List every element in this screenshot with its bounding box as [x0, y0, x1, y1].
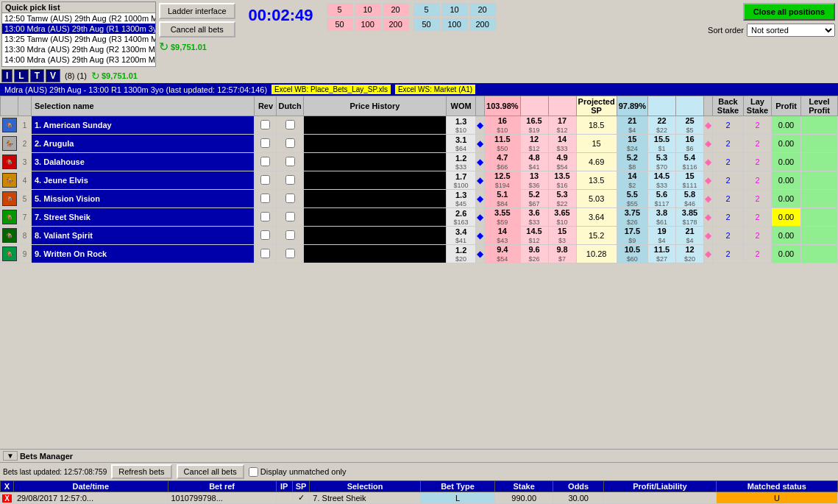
- back-odds-3[interactable]: 14$33: [548, 135, 576, 153]
- lay-odds-200[interactable]: 200: [469, 18, 496, 31]
- nav-refresh-icon[interactable]: ↻: [91, 70, 100, 82]
- back-odds-3[interactable]: 17$12: [548, 116, 576, 135]
- back-odds-1[interactable]: 5.1$84: [485, 190, 520, 208]
- back-odds-2[interactable]: 4.8$41: [520, 153, 548, 171]
- back-odds-3[interactable]: 4.9$54: [548, 153, 576, 171]
- back-odds-1[interactable]: 9.4$54: [485, 245, 520, 263]
- back-stake[interactable]: 2: [713, 227, 744, 245]
- bets-col-datetime[interactable]: Date/time: [14, 481, 168, 492]
- selection-name[interactable]: 5. Mission Vision: [32, 190, 255, 208]
- lay-odds-1[interactable]: 15$24: [617, 135, 647, 153]
- back-odds-2[interactable]: 12$12: [520, 135, 548, 153]
- lay-odds-1[interactable]: 14$2: [617, 171, 647, 190]
- rev-checkbox[interactable]: [255, 116, 277, 135]
- selection-name[interactable]: 2. Arugula: [32, 135, 255, 153]
- excel-link-wb[interactable]: Excel WB: Place_Bets_Lay_SP.xls: [271, 85, 391, 94]
- lay-stake[interactable]: 2: [744, 208, 772, 227]
- lay-odds-2[interactable]: 5.6$117: [648, 190, 676, 208]
- back-odds-20[interactable]: 20: [383, 3, 409, 16]
- back-odds-1[interactable]: 11.5$50: [485, 135, 520, 153]
- rev-checkbox[interactable]: [255, 171, 277, 190]
- back-odds-1[interactable]: 14$43: [485, 227, 520, 245]
- quick-pick-item-2[interactable]: 13:25 Tamw (AUS) 29th Aug (R3 1400m M: [2, 34, 155, 44]
- back-odds-2[interactable]: 13$36: [520, 171, 548, 190]
- lay-odds-10[interactable]: 10: [441, 3, 468, 16]
- lay-stake[interactable]: 2: [744, 171, 772, 190]
- back-odds-3[interactable]: 5.3$22: [548, 190, 576, 208]
- back-stake[interactable]: 2: [713, 153, 744, 171]
- selection-name[interactable]: 3. Dalahouse: [32, 153, 255, 171]
- rev-checkbox[interactable]: [255, 245, 277, 263]
- lay-odds-2[interactable]: 11.5$27: [648, 245, 676, 263]
- quick-pick-item-0[interactable]: 12:50 Tamw (AUS) 29th Aug (R2 1000m M: [2, 13, 155, 24]
- back-odds-3[interactable]: 15$3: [548, 227, 576, 245]
- sort-order-select[interactable]: Not sorted By name By odds: [747, 24, 835, 37]
- lay-odds-50[interactable]: 50: [413, 18, 440, 31]
- cancel-all-bets-button[interactable]: Cancel all bets: [159, 21, 235, 38]
- lay-odds-5[interactable]: 5: [413, 3, 440, 16]
- excel-link-ws[interactable]: Excel WS: Market (A1): [395, 85, 475, 94]
- display-unmatched-checkbox[interactable]: [249, 467, 258, 477]
- dutch-checkbox[interactable]: [277, 208, 303, 227]
- lay-odds-2[interactable]: 5.3$70: [648, 153, 676, 171]
- back-stake[interactable]: 2: [713, 208, 744, 227]
- back-odds-200[interactable]: 200: [383, 18, 409, 31]
- cancel-all-bets-button2[interactable]: Cancel all bets: [177, 464, 244, 479]
- lay-odds-3[interactable]: 15$111: [676, 171, 704, 190]
- lay-odds-100[interactable]: 100: [441, 18, 468, 31]
- nav-btn-v[interactable]: V: [46, 69, 60, 82]
- back-stake[interactable]: 2: [713, 171, 744, 190]
- lay-odds-2[interactable]: 3.8$61: [648, 208, 676, 227]
- lay-odds-20[interactable]: 20: [469, 3, 496, 16]
- back-odds-10[interactable]: 10: [355, 3, 381, 16]
- lay-stake[interactable]: 2: [744, 135, 772, 153]
- dutch-checkbox[interactable]: [277, 190, 303, 208]
- ladder-interface-button[interactable]: Ladder interface: [159, 3, 235, 19]
- lay-stake[interactable]: 2: [744, 153, 772, 171]
- lay-odds-3[interactable]: 3.85$178: [676, 208, 704, 227]
- rev-checkbox[interactable]: [255, 190, 277, 208]
- nav-btn-i[interactable]: I: [1, 69, 13, 82]
- quick-pick-item-3[interactable]: 13:30 Mdra (AUS) 29th Aug (R2 1300m Md: [2, 44, 155, 54]
- back-odds-3[interactable]: 9.8$7: [548, 245, 576, 263]
- lay-odds-1[interactable]: 17.5$9: [617, 227, 647, 245]
- back-odds-2[interactable]: 16.5$19: [520, 116, 548, 135]
- lay-odds-2[interactable]: 14.5$33: [648, 171, 676, 190]
- lay-odds-1[interactable]: 10.5$60: [617, 245, 647, 263]
- quick-pick-list[interactable]: 12:50 Tamw (AUS) 29th Aug (R2 1000m M 13…: [2, 13, 155, 66]
- dutch-checkbox[interactable]: [277, 171, 303, 190]
- lay-odds-1[interactable]: 21$4: [617, 116, 647, 135]
- dutch-checkbox[interactable]: [277, 116, 303, 135]
- selection-name[interactable]: 7. Street Sheik: [32, 208, 255, 227]
- back-odds-2[interactable]: 9.6$26: [520, 245, 548, 263]
- back-odds-5[interactable]: 5: [327, 3, 353, 16]
- back-stake[interactable]: 2: [713, 116, 744, 135]
- lay-stake[interactable]: 2: [744, 190, 772, 208]
- back-stake[interactable]: 2: [713, 245, 744, 263]
- rev-checkbox[interactable]: [255, 135, 277, 153]
- display-unmatched-label[interactable]: Display unmatched only: [249, 467, 347, 477]
- lay-odds-1[interactable]: 5.5$55: [617, 190, 647, 208]
- bets-manager-collapse-btn[interactable]: ▼: [3, 451, 18, 461]
- back-odds-1[interactable]: 3.55$59: [485, 208, 520, 227]
- lay-stake[interactable]: 2: [744, 227, 772, 245]
- lay-stake[interactable]: 2: [744, 245, 772, 263]
- back-odds-3[interactable]: 13.5$16: [548, 171, 576, 190]
- back-odds-1[interactable]: 16$10: [485, 116, 520, 135]
- lay-odds-3[interactable]: 5.4$116: [676, 153, 704, 171]
- selection-name[interactable]: 4. Jeune Elvis: [32, 171, 255, 190]
- back-odds-2[interactable]: 14.5$12: [520, 227, 548, 245]
- rev-checkbox[interactable]: [255, 227, 277, 245]
- bet-x-btn[interactable]: X: [1, 492, 14, 504]
- bets-col-betref[interactable]: Bet ref: [168, 481, 276, 492]
- close-all-positions-button[interactable]: Close all positions: [743, 3, 835, 21]
- nav-btn-t[interactable]: T: [30, 69, 44, 82]
- selection-name[interactable]: 9. Written On Rock: [32, 245, 255, 263]
- back-odds-2[interactable]: 3.6$33: [520, 208, 548, 227]
- back-stake[interactable]: 2: [713, 135, 744, 153]
- refresh-icon[interactable]: ↻: [159, 40, 168, 54]
- quick-pick-item-4[interactable]: 14:00 Mdra (AUS) 29th Aug (R3 1200m Md: [2, 54, 155, 65]
- selection-name[interactable]: 8. Valiant Spirit: [32, 227, 255, 245]
- dutch-checkbox[interactable]: [277, 135, 303, 153]
- lay-odds-3[interactable]: 12$20: [676, 245, 704, 263]
